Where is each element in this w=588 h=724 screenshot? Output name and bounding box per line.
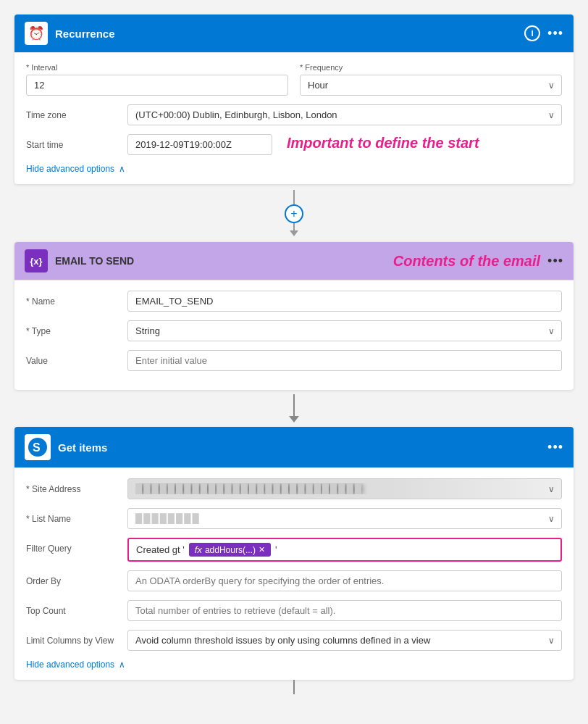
order-by-row: Order By <box>26 570 562 591</box>
email-body: * Name * Type String Integer Float Boole… <box>14 280 574 390</box>
filter-query-suffix: ' <box>275 544 277 555</box>
recurrence-card: ⏰ Recurrence i ••• * Interval * Frequenc… <box>14 14 574 184</box>
hide-advanced-get-items[interactable]: Hide advanced options ∧ <box>26 659 562 670</box>
start-annotation-container: Important to define the start <box>280 134 562 151</box>
frequency-group: * Frequency Hour Minute Day Week Month ∨ <box>300 63 562 96</box>
starttime-input[interactable] <box>127 134 272 155</box>
filter-query-row: Filter Query Created gt ' fx addHours(..… <box>26 538 562 562</box>
bottom-line <box>293 680 295 694</box>
timezone-label: Time zone <box>26 104 120 120</box>
caret-up-icon: ∧ <box>119 164 125 174</box>
get-items-body: * Site Address █████████████████████████… <box>14 468 574 680</box>
interval-input[interactable] <box>26 75 288 96</box>
plus-icon-1: + <box>290 207 297 220</box>
recurrence-icon: ⏰ <box>25 22 48 45</box>
add-hours-label: addHours(...) <box>205 545 256 555</box>
email-type-select[interactable]: String Integer Float Boolean Array Objec… <box>127 320 562 341</box>
interval-frequency-row: * Interval * Frequency Hour Minute Day W… <box>26 63 562 96</box>
top-count-input[interactable] <box>127 600 562 621</box>
hide-advanced-recurrence-label: Hide advanced options <box>26 164 114 174</box>
email-icon: {x} <box>25 249 48 272</box>
filter-query-prefix: Created gt ' <box>136 544 185 555</box>
top-count-row: Top Count <box>26 600 562 621</box>
email-title: EMAIL TO SEND <box>55 255 298 267</box>
info-icon: i <box>531 28 533 38</box>
frequency-select[interactable]: Hour Minute Day Week Month <box>300 75 562 96</box>
order-by-input[interactable] <box>127 570 562 591</box>
sharepoint-icon-wrapper: S <box>25 434 51 460</box>
recurrence-body: * Interval * Frequency Hour Minute Day W… <box>14 53 574 184</box>
recurrence-actions: i ••• <box>524 25 563 41</box>
timezone-row: Time zone (UTC+00:00) Dublin, Edinburgh,… <box>26 104 562 125</box>
starttime-label: Start time <box>26 134 120 150</box>
site-address-select[interactable]: ████████████████████████████ <box>127 478 562 499</box>
sharepoint-icon: S <box>28 437 48 457</box>
email-header: {x} EMAIL TO SEND Contents of the email … <box>14 242 574 280</box>
fx-token[interactable]: fx addHours(...) ✕ <box>189 543 271 557</box>
get-items-card: S Get items ••• * Site Address █████████… <box>14 427 574 680</box>
email-value-label: Value <box>26 350 120 366</box>
email-value-row: Value <box>26 350 562 371</box>
starttime-row: Start time Important to define the start <box>26 134 562 155</box>
recurrence-header: ⏰ Recurrence i ••• <box>14 14 574 53</box>
timezone-select[interactable]: (UTC+00:00) Dublin, Edinburgh, Lisbon, L… <box>127 104 562 125</box>
start-annotation: Important to define the start <box>287 135 479 151</box>
email-name-input[interactable] <box>127 291 562 312</box>
limit-columns-row: Limit Columns by View Avoid column thres… <box>26 630 562 651</box>
recurrence-title: Recurrence <box>55 28 524 40</box>
limit-columns-select[interactable]: Avoid column threshold issues by only us… <box>127 630 562 651</box>
add-step-button-1[interactable]: + <box>285 204 303 223</box>
site-address-label: * Site Address <box>26 478 120 494</box>
filter-query-field[interactable]: Created gt ' fx addHours(...) ✕ ' <box>127 538 562 562</box>
get-items-title: Get items <box>58 441 547 454</box>
more-options-button[interactable]: ••• <box>547 26 563 41</box>
filter-query-label: Filter Query <box>26 538 120 554</box>
email-card: {x} EMAIL TO SEND Contents of the email … <box>14 242 574 390</box>
get-items-more-options-button[interactable]: ••• <box>547 440 563 455</box>
list-name-select[interactable]: ████████ <box>127 508 562 529</box>
email-more-options-button[interactable]: ••• <box>547 254 563 269</box>
connector-line-1b <box>293 223 295 230</box>
connector-1: + <box>14 190 574 236</box>
email-value-input[interactable] <box>127 350 562 371</box>
caret-up-icon-2: ∧ <box>119 659 125 670</box>
hide-advanced-get-items-label: Hide advanced options <box>26 659 114 670</box>
connector-line-1 <box>293 190 295 204</box>
frequency-label: * Frequency <box>300 63 562 72</box>
list-name-label: * List Name <box>26 508 120 524</box>
svg-text:S: S <box>33 441 41 454</box>
list-name-select-wrapper: ████████ ∨ <box>127 508 562 529</box>
expression-icon: {x} <box>30 256 42 267</box>
email-type-label: * Type <box>26 320 120 336</box>
connector-arrow-1 <box>290 230 298 236</box>
info-button[interactable]: i <box>524 25 540 41</box>
arrow-line-2 <box>293 394 295 416</box>
timezone-select-wrapper: (UTC+00:00) Dublin, Edinburgh, Lisbon, L… <box>127 104 562 125</box>
fx-icon: fx <box>195 544 202 555</box>
order-by-label: Order By <box>26 570 120 586</box>
interval-group: * Interval <box>26 63 288 96</box>
site-address-row: * Site Address █████████████████████████… <box>26 478 562 499</box>
hide-advanced-recurrence[interactable]: Hide advanced options ∧ <box>26 164 562 174</box>
email-name-label: * Name <box>26 291 120 307</box>
list-name-row: * List Name ████████ ∨ <box>26 508 562 529</box>
email-type-row: * Type String Integer Float Boolean Arra… <box>26 320 562 341</box>
frequency-select-wrapper: Hour Minute Day Week Month ∨ <box>300 75 562 96</box>
remove-token-button[interactable]: ✕ <box>259 545 265 554</box>
clock-icon: ⏰ <box>28 25 44 41</box>
email-type-select-wrapper: String Integer Float Boolean Array Objec… <box>127 320 562 341</box>
arrow-head-2 <box>289 416 299 423</box>
bottom-connector <box>14 680 574 694</box>
connector-2 <box>14 394 574 423</box>
limit-columns-label: Limit Columns by View <box>26 630 120 646</box>
interval-label: * Interval <box>26 63 288 72</box>
limit-columns-select-wrapper: Avoid column threshold issues by only us… <box>127 630 562 651</box>
email-annotation: Contents of the email <box>393 252 540 270</box>
email-name-row: * Name <box>26 291 562 312</box>
get-items-header: S Get items ••• <box>14 427 574 468</box>
site-address-select-wrapper: ████████████████████████████ ∨ <box>127 478 562 499</box>
email-annotation-area: Contents of the email <box>298 252 540 270</box>
top-count-label: Top Count <box>26 600 120 616</box>
